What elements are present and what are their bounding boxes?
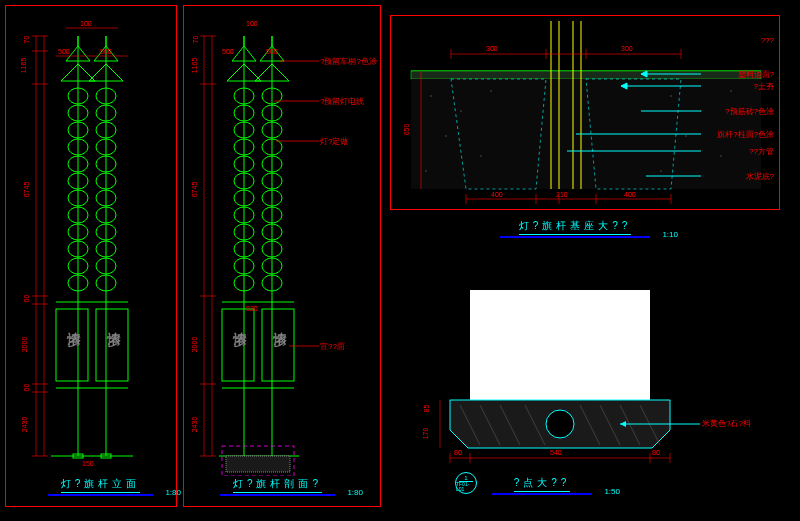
- svg-rect-144: [470, 290, 650, 400]
- bd2: 300: [621, 45, 633, 52]
- dim-cone: 500: [58, 48, 70, 55]
- svg-point-112: [480, 155, 482, 157]
- dim-lh: 6745: [23, 182, 30, 198]
- bd5: 400: [624, 191, 636, 198]
- svg-text:浓乡情: 浓乡情: [272, 332, 287, 348]
- dh5: 2430: [191, 417, 198, 433]
- svg-rect-87: [222, 309, 254, 381]
- frame-base: 300 300 400 210 400 650 ??? 塑料道面? ?土夯 ?预…: [390, 15, 780, 210]
- svg-point-114: [670, 95, 672, 97]
- base-drawing: [391, 16, 781, 211]
- svg-rect-92: [226, 456, 290, 472]
- dh1: 1165: [191, 58, 198, 74]
- ul4: [492, 493, 592, 495]
- svg-point-109: [460, 110, 462, 112]
- svg-point-111: [445, 135, 447, 137]
- dim-bh: 2000: [21, 337, 28, 353]
- svg-point-113: [425, 170, 427, 172]
- title-node: ?点大?? 1:50: [492, 472, 592, 495]
- svg-text:浓乡情: 浓乡情: [232, 332, 247, 348]
- svg-point-116: [730, 90, 732, 92]
- svg-point-108: [430, 95, 432, 97]
- svg-point-118: [720, 155, 722, 157]
- nd3: 80: [652, 449, 660, 456]
- title-section: 灯?旗杆剖面? 1:80: [220, 473, 335, 496]
- ul3: [500, 236, 650, 238]
- nd4: 85: [423, 405, 430, 413]
- dim-basew: 150: [82, 460, 94, 467]
- bn3: ?预筋砖?色涂: [725, 106, 774, 117]
- scale: 1:80: [165, 488, 181, 497]
- bd4: 210: [556, 191, 568, 198]
- svg-rect-37: [96, 309, 128, 381]
- note-light: ?预留灯电线: [320, 96, 364, 107]
- scale2: 1:80: [347, 488, 363, 497]
- dim-cone4: 500: [266, 48, 278, 55]
- frame-elevation: 浓乡情 浓乡情 100 500 500 1165 70 6745 60 2000…: [5, 5, 177, 507]
- scale4: 1:50: [604, 487, 620, 496]
- note-cone: ?预留车桐?色涂: [320, 56, 377, 67]
- dim-top-w2: 100: [246, 20, 258, 27]
- title-text4: ?点大??: [514, 476, 571, 492]
- tag-bot: TF01-L01: [456, 482, 476, 492]
- title-underline: [48, 494, 153, 496]
- ul2: [220, 494, 335, 496]
- svg-rect-36: [56, 309, 88, 381]
- bn1: 塑料道面?: [738, 69, 774, 80]
- svg-text:浓乡情: 浓乡情: [106, 332, 121, 348]
- title-text: 灯?旗杆立面: [61, 477, 141, 493]
- bn5: ??方管: [749, 146, 774, 157]
- svg-point-117: [685, 135, 687, 137]
- dw1: 920: [246, 305, 258, 312]
- dim-cone2: 500: [100, 48, 112, 55]
- node-note: 米黄色?石?料: [702, 418, 751, 429]
- section-drawing: 浓乡情 浓乡情: [184, 6, 382, 476]
- svg-text:浓乡情: 浓乡情: [66, 332, 81, 348]
- bn6: 水泥底?: [746, 171, 774, 182]
- nd2: 540: [550, 449, 562, 456]
- svg-rect-88: [262, 309, 294, 381]
- svg-point-119: [660, 170, 662, 172]
- svg-point-110: [490, 90, 492, 92]
- title-text3: 灯?旗杆基座大??: [519, 219, 632, 235]
- dh3: 6745: [191, 182, 198, 198]
- title-text2: 灯?旗杆剖面?: [233, 477, 322, 493]
- node-drawing: [420, 280, 770, 470]
- bd3: 400: [491, 191, 503, 198]
- dh2: 70: [192, 36, 199, 44]
- title-base: 灯?旗杆基座大?? 1:10: [500, 215, 650, 238]
- bd1: 300: [486, 45, 498, 52]
- nd5: 170: [422, 428, 429, 440]
- dim-h2: 70: [23, 36, 30, 44]
- frame-section: 浓乡情 浓乡情 100 500 500 1165 70 6745 2000 24…: [183, 5, 381, 507]
- scale3: 1:10: [662, 230, 678, 239]
- dim-h1: 1165: [20, 58, 27, 74]
- svg-rect-106: [411, 71, 761, 79]
- svg-point-154: [546, 410, 574, 438]
- note-lantern: 灯?定做: [320, 136, 348, 147]
- elevation-drawing: 浓乡情 浓乡情: [6, 6, 178, 476]
- dim-top-w: 100: [80, 20, 92, 27]
- bd6: 650: [403, 124, 410, 136]
- title-elevation: 灯?旗杆立面 1:80: [48, 473, 153, 496]
- bn2: ?土夯: [754, 81, 774, 92]
- nd1: 80: [454, 449, 462, 456]
- detail-tag: 1 TF01-L01: [455, 472, 477, 494]
- bn4: 旗杆?柱面?色涂: [717, 129, 774, 140]
- dim-btm: 2430: [21, 417, 28, 433]
- dim-cone3: 500: [222, 48, 234, 55]
- dim-gap2: 60: [23, 384, 30, 392]
- dim-gap1: 60: [23, 295, 30, 303]
- dh4: 2000: [191, 337, 198, 353]
- note-banner: 宣??面: [320, 341, 345, 352]
- bn0: ???: [761, 36, 774, 45]
